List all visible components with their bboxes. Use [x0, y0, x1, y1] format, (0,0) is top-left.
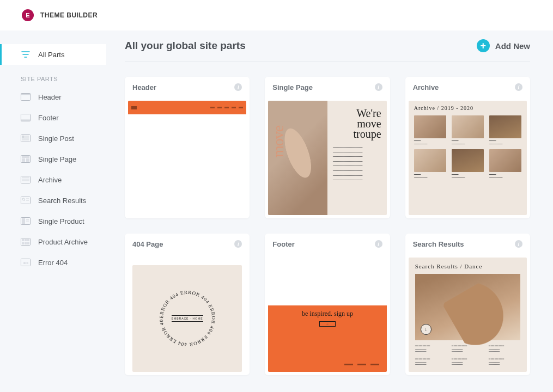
sidebar-item-header[interactable]: Header	[0, 87, 106, 107]
card-title: 404 Page	[132, 240, 163, 248]
card-footer[interactable]: Footer i be inspired. sign up →	[265, 234, 390, 375]
card-header[interactable]: Header i	[125, 77, 250, 218]
card-title: Header	[132, 83, 156, 91]
svg-rect-29	[25, 239, 27, 241]
card-header-bar: 404 Page i	[125, 234, 250, 254]
archive-preview-thumb: Archive / 2019 - 2020 ━━━━━━━━━━━━━━━━━━…	[409, 101, 527, 215]
sidebar-item-single-page[interactable]: Single Page	[0, 149, 106, 169]
card-404[interactable]: 404 Page i ERROR 404 ERROR 404 ERROR 404…	[125, 234, 250, 375]
svg-rect-24	[22, 218, 25, 224]
app-logo: E	[22, 9, 34, 21]
svg-rect-14	[21, 176, 31, 183]
add-new-button[interactable]: + Add New	[477, 39, 530, 52]
card-title: Search Results	[413, 240, 464, 248]
card-header-bar: Header i	[125, 77, 250, 97]
info-icon[interactable]: i	[234, 240, 242, 248]
svg-rect-1	[21, 94, 31, 95]
error-404-preview-thumb: ERROR 404 ERROR 404 ERROR 404 ERROR 404 …	[132, 265, 242, 372]
header-icon	[21, 93, 31, 101]
card-header-bar: Archive i	[405, 77, 530, 97]
card-title: Archive	[413, 83, 439, 91]
svg-rect-5	[22, 136, 25, 138]
svg-rect-30	[27, 239, 29, 241]
info-icon[interactable]: i	[234, 83, 242, 91]
sidebar: All Parts SITE PARTS Header Footer Singl…	[0, 30, 106, 392]
single-page-icon	[21, 155, 31, 163]
card-title: Footer	[272, 240, 294, 248]
down-arrow-icon: ↓	[421, 324, 432, 335]
topbar: E THEME BUILDER	[0, 0, 553, 30]
search-results-preview-thumb: Search Results / Dance ↓ ━━━━━━━━━━━━━━━…	[409, 258, 527, 372]
svg-rect-33	[27, 242, 29, 244]
single-page-preview-thumb: move We're move troupe ━━━━━━━━━━━━━━━━━…	[268, 101, 386, 215]
info-icon[interactable]: i	[375, 83, 382, 91]
svg-text:404: 404	[23, 261, 29, 265]
search-results-icon	[21, 196, 31, 205]
card-preview: move We're move troupe ━━━━━━━━━━━━━━━━━…	[265, 97, 390, 218]
card-header-bar: Search Results i	[405, 234, 530, 254]
svg-rect-3	[21, 120, 31, 121]
sidebar-item-single-post[interactable]: Single Post	[0, 128, 106, 149]
sidebar-item-single-product[interactable]: Single Product	[0, 211, 106, 231]
card-preview: Search Results / Dance ↓ ━━━━━━━━━━━━━━━…	[405, 254, 530, 375]
main: All your global site parts + Add New Hea…	[106, 30, 553, 392]
app-title: THEME BUILDER	[40, 11, 98, 19]
svg-rect-11	[22, 156, 29, 158]
card-header-bar: Single Page i	[265, 77, 390, 97]
info-icon[interactable]: i	[375, 240, 382, 248]
sidebar-item-label: Search Results	[38, 197, 86, 205]
plus-icon: +	[477, 39, 490, 52]
add-new-label: Add New	[495, 41, 530, 51]
sidebar-item-label: Footer	[38, 114, 59, 122]
cards-grid: Header i Single Page i	[125, 77, 530, 375]
info-icon[interactable]: i	[515, 240, 522, 248]
svg-rect-12	[22, 158, 25, 162]
card-single-page[interactable]: Single Page i move We're move troupe	[265, 77, 390, 218]
page-title: All your global site parts	[125, 40, 246, 52]
svg-rect-13	[26, 158, 29, 162]
archive-icon	[21, 175, 31, 184]
svg-rect-28	[22, 239, 24, 241]
sidebar-item-all-parts[interactable]: All Parts	[0, 44, 106, 65]
svg-rect-32	[25, 242, 27, 244]
header-preview-thumb	[128, 101, 246, 215]
sidebar-item-label: Product Archive	[38, 238, 88, 246]
sidebar-item-label: All Parts	[38, 51, 64, 59]
sidebar-item-search-results[interactable]: Search Results	[0, 190, 106, 211]
card-archive[interactable]: Archive i Archive / 2019 - 2020 ━━━━━━━━…	[405, 77, 530, 218]
main-header: All your global site parts + Add New	[125, 39, 530, 62]
filter-icon	[21, 50, 31, 59]
svg-point-19	[22, 198, 25, 200]
sidebar-item-footer[interactable]: Footer	[0, 107, 106, 128]
error-404-icon: 404	[21, 258, 31, 267]
card-preview: ERROR 404 ERROR 404 ERROR 404 ERROR 404 …	[125, 254, 250, 375]
card-preview: Archive / 2019 - 2020 ━━━━━━━━━━━━━━━━━━…	[405, 97, 530, 218]
svg-rect-31	[22, 242, 24, 244]
footer-icon	[21, 113, 31, 122]
sidebar-heading: SITE PARTS	[0, 65, 106, 87]
sidebar-item-archive[interactable]: Archive	[0, 169, 106, 190]
svg-text:ERROR 404 ERROR 404 ERROR 404 : ERROR 404 ERROR 404 ERROR 404 ERROR 404 …	[157, 289, 216, 347]
single-product-icon	[21, 217, 31, 225]
sidebar-item-label: Error 404	[38, 259, 68, 267]
card-preview	[125, 97, 250, 218]
product-archive-icon	[21, 237, 31, 246]
sidebar-item-label: Single Post	[38, 134, 74, 143]
sidebar-item-label: Header	[38, 93, 62, 101]
card-header-bar: Footer i	[265, 234, 390, 254]
info-icon[interactable]: i	[515, 83, 522, 91]
sidebar-item-label: Archive	[38, 176, 62, 184]
sidebar-item-label: Single Page	[38, 155, 76, 163]
footer-preview-thumb: be inspired. sign up →	[268, 258, 386, 372]
sidebar-item-product-archive[interactable]: Product Archive	[0, 231, 106, 252]
sidebar-item-label: Single Product	[38, 217, 84, 225]
single-post-icon	[21, 134, 31, 143]
svg-line-20	[25, 200, 26, 201]
card-search-results[interactable]: Search Results i Search Results / Dance …	[405, 234, 530, 375]
sidebar-item-error-404[interactable]: 404 Error 404	[0, 252, 106, 273]
card-title: Single Page	[272, 83, 313, 91]
layout: All Parts SITE PARTS Header Footer Singl…	[0, 30, 553, 392]
card-preview: be inspired. sign up →	[265, 254, 390, 375]
